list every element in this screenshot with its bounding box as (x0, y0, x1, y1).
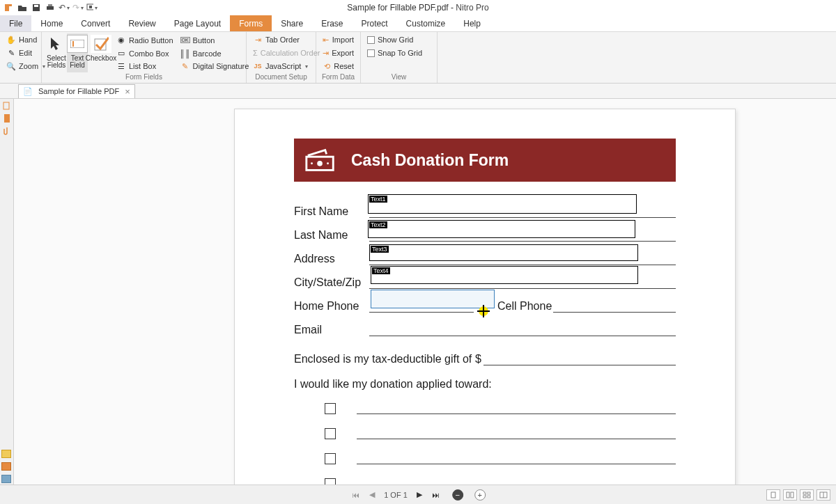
close-tab-icon[interactable]: × (125, 87, 130, 96)
signature-icon: ✎ (180, 61, 190, 71)
svg-rect-16 (787, 492, 789, 498)
continuous-view-icon[interactable] (783, 489, 797, 501)
tab-order-button[interactable]: ⇥Tab Order (251, 33, 311, 46)
last-name-label: Last Name (294, 229, 369, 242)
grid-view-icon[interactable] (800, 489, 814, 501)
checkbox-icon (367, 36, 375, 44)
tool-edit[interactable]: ✎Edit (4, 47, 37, 59)
menu-protect[interactable]: Protect (353, 15, 397, 31)
single-page-view-icon[interactable] (766, 489, 780, 501)
digital-signature-button[interactable]: ✎Digital Signature (178, 60, 251, 72)
security-rail-icon[interactable] (1, 462, 11, 471)
calc-order-button: ΣCalculation Order (251, 47, 311, 59)
prev-page-icon[interactable]: ◀ (367, 490, 377, 500)
app-icon[interactable] (3, 2, 14, 13)
qat-more-icon[interactable]: ▾ (86, 2, 98, 13)
facing-view-icon[interactable] (816, 489, 830, 501)
open-icon[interactable] (17, 2, 28, 13)
svg-rect-15 (771, 492, 775, 498)
window-title: Sample for Fillable PDF.pdf - Nitro Pro (347, 3, 488, 13)
import-button[interactable]: ⇤Import (320, 33, 356, 46)
show-grid-toggle[interactable]: Show Grid (365, 33, 433, 46)
cursor-icon (46, 35, 67, 53)
radio-button[interactable]: ◉Radio Button (114, 34, 176, 47)
checkbox[interactable] (325, 478, 336, 485)
menu-page-layout[interactable]: Page Layout (165, 15, 230, 31)
menu-convert[interactable]: Convert (72, 15, 119, 31)
cursor-highlight (479, 306, 488, 316)
pdf-icon: 📄 (23, 87, 33, 96)
button-button[interactable]: OKButton (178, 34, 251, 47)
svg-rect-1 (34, 5, 38, 7)
form-fields-group-label: Form Fields (42, 73, 246, 83)
redo-icon[interactable]: ↷▾ (72, 2, 84, 13)
svg-rect-17 (791, 492, 794, 498)
tool-hand[interactable]: ✋Hand (4, 33, 37, 46)
javascript-button[interactable]: JSJavaScript▾ (251, 60, 311, 72)
last-page-icon[interactable]: ⏭ (431, 490, 441, 500)
menu-home[interactable]: Home (31, 15, 72, 31)
text-field-1[interactable]: Text1 (368, 194, 637, 214)
export-icon: ⇥ (323, 48, 329, 58)
address-label: Address (294, 253, 369, 265)
field-tag: Text1 (369, 196, 387, 203)
undo-icon[interactable]: ↶▾ (59, 2, 70, 13)
form-data-group-label: Form Data (316, 73, 360, 83)
document-canvas[interactable]: Cash Donation Form First Name Text1 Last… (14, 99, 836, 485)
calc-icon: Σ (253, 48, 258, 58)
field-tag: Text2 (369, 221, 387, 228)
checkbox[interactable] (325, 453, 336, 464)
svg-rect-9 (3, 102, 9, 109)
info-rail (1, 450, 11, 483)
checkbox[interactable] (325, 428, 336, 439)
list-icon: ☰ (116, 61, 126, 71)
info-rail-icon[interactable] (1, 475, 11, 483)
select-fields-button[interactable]: Select Fields (46, 33, 67, 72)
text-field-icon (67, 35, 88, 53)
text-field-editing[interactable] (371, 290, 495, 308)
combo-box-button[interactable]: ▭Combo Box (114, 47, 176, 60)
bookmarks-panel-icon[interactable] (3, 114, 11, 123)
checkbox-icon (367, 49, 375, 57)
js-icon: JS (253, 61, 263, 71)
next-page-icon[interactable]: ▶ (415, 490, 424, 500)
donation-options (294, 391, 676, 485)
svg-point-12 (317, 161, 323, 166)
snap-grid-toggle[interactable]: Snap To Grid (365, 47, 433, 59)
menu-review[interactable]: Review (119, 15, 164, 31)
document-tab[interactable]: 📄 Sample for Fillable PDF × (18, 84, 135, 98)
radio-icon: ◉ (116, 36, 126, 45)
menu-file[interactable]: File (0, 15, 31, 31)
menu-erase[interactable]: Erase (312, 15, 352, 31)
menu-customize[interactable]: Customize (397, 15, 455, 31)
list-box-button[interactable]: ☰List Box (114, 60, 176, 72)
reset-button[interactable]: ⟲Reset (320, 60, 356, 72)
form-title: Cash Donation Form (351, 151, 509, 170)
text-field-4[interactable]: Text4 (371, 266, 638, 284)
attachments-panel-icon[interactable] (3, 127, 11, 135)
checkbox-button[interactable]: Checkbox (88, 33, 114, 72)
zoom-in-icon[interactable]: + (474, 489, 486, 501)
menu-share[interactable]: Share (272, 15, 312, 31)
tool-zoom[interactable]: 🔍Zoom▾ (4, 60, 37, 72)
page-indicator: 1 OF 1 (384, 491, 408, 499)
text-field-3[interactable]: Text3 (369, 244, 638, 261)
print-icon[interactable] (45, 2, 56, 13)
pages-panel-icon[interactable] (3, 102, 11, 110)
save-icon[interactable] (31, 2, 42, 13)
currency-symbol: $ (475, 353, 483, 365)
barcode-button[interactable]: ║║Barcode (178, 47, 251, 60)
first-page-icon[interactable]: ⏮ (350, 490, 360, 500)
export-button[interactable]: ⇥Export (320, 47, 356, 59)
menu-forms[interactable]: Forms (230, 15, 272, 31)
checkbox[interactable] (325, 403, 336, 414)
quick-access-toolbar: ↶▾ ↷▾ ▾ Sample for Fillable PDF.pdf - Ni… (0, 0, 836, 15)
text-field-button[interactable]: Text Field (67, 33, 88, 72)
combo-icon: ▭ (116, 49, 126, 58)
svg-rect-19 (807, 492, 810, 494)
zoom-out-icon[interactable]: − (452, 489, 463, 501)
comment-rail-icon[interactable] (1, 450, 11, 458)
text-field-2[interactable]: Text2 (368, 220, 635, 238)
svg-point-14 (327, 162, 329, 164)
menu-help[interactable]: Help (454, 15, 490, 31)
